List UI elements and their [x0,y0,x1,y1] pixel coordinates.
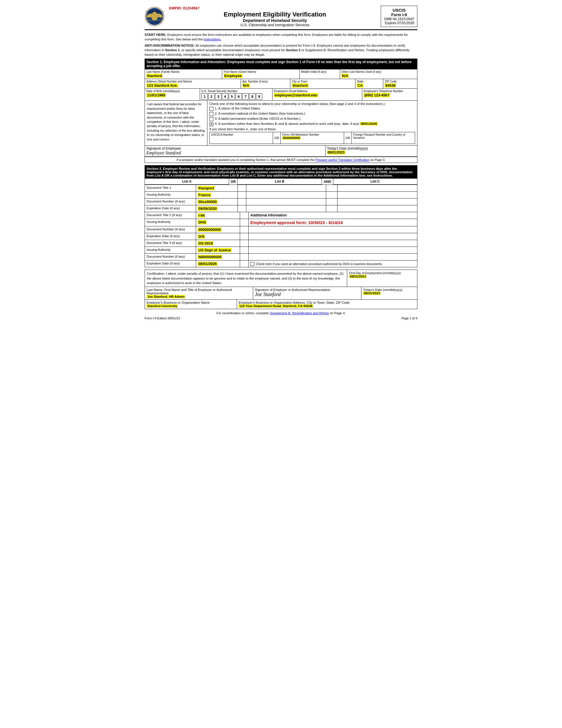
option-3-label: 3. A lawful permanent resident (Enter US… [215,117,300,120]
doc1-title-value: Passport [196,185,238,191]
alt-procedure-label: Check here if you used an alternative pr… [256,262,382,266]
page-header: ★ DEPARTMENT OF ★ HOMELAND SECURITY EMPI… [145,6,417,30]
employee-sig-cell: Signature of Employee Employee Stanford [145,146,325,156]
sig-label: Signature of Employee [146,146,324,150]
last-name-value: Stanford [146,73,221,78]
doc1-number-row: Document Number (if any) 00xx00000 [145,198,417,205]
ssn-digit-9: 9 [256,93,262,100]
other-names-label: Other Last Names Used (if any) [341,70,416,73]
list-b-col: List B [238,179,321,185]
state-label: State [357,80,381,83]
passport-value [353,139,413,143]
option-1-checkbox[interactable] [210,107,214,111]
issuing-auth-label-1: Issuing Authority [145,192,196,198]
cert-main-row: Certification: I attest, under penalty o… [145,270,417,287]
option-4-row: ✕ 4. A noncitizen (other than Item Numbe… [210,122,415,126]
doc3-number-row: Document Number (if any) N0000000000 [145,254,417,260]
doc3-title-value: DS-2019 [196,240,240,247]
alt-procedure-row: Check here if you used an alternative pr… [249,260,417,267]
doc-num-label-3: Document Number (if any) [145,254,196,260]
section2-header: Section 2. Employer Review and Verificat… [145,166,417,179]
and-spacer1 [326,185,337,191]
and-label: AND [322,179,333,185]
list-a-header: List A [145,179,229,185]
employee-signature: Employee Stanford [146,150,324,156]
option-2-checkbox[interactable] [210,112,214,116]
doc1-exp-value: 09/09/2030 [196,205,238,212]
doc2-title-row: Document Title 2 (if any) I-94 Additiona… [145,212,417,219]
supplement-b-link[interactable]: Supplement B, Reverification and Rehire [270,311,329,315]
doc3-exp-value: 08/01/2026 [196,260,240,267]
start-here-notice: START HERE: Employers must ensure the fo… [145,32,417,42]
or-spacer2 [238,192,246,198]
first-name-cell: First Name (Given Name) Employee [222,69,299,79]
employer-date-cell: Today's Date (mm/dd/yyyy) 08/01/2023 [361,287,417,299]
uscis-cell: USCIS A-Number [210,132,273,144]
or-spacer5 [240,212,249,219]
middle-initial-value [301,73,338,78]
passport-cell: Foreign Passport Number and Country of I… [352,132,415,144]
citizenship-section: I am aware that federal law provides for… [145,101,417,146]
employer-rep-row: Last Name, First Name and Title of Emplo… [145,287,417,300]
or-spacer11 [240,254,249,260]
citizenship-intro: Check one of the following boxes to atte… [210,102,415,106]
doc3-exp-row: Expiration Date (if any) 08/01/2026 Chec… [145,260,417,267]
alt-procedure-checkbox[interactable] [250,262,254,266]
sec2-column-headers: List A OR List B AND List C [145,179,417,185]
option-3-checkbox[interactable] [210,117,214,121]
first-day-cell: First Day of Employment (mm/dd/yyyy): 08… [347,270,417,286]
employer-date-label: Today's Date (mm/dd/yyyy) [363,288,415,291]
doc2-title-label: Document Title 2 (if any) [145,212,196,219]
middle-initial-cell: Middle Initial (if any) [300,69,340,79]
additional-area-5 [249,254,417,260]
doc2-title-value: I-94 [196,212,240,219]
list-c-doc1-issuing [337,192,417,198]
section1-box: Section 1. Employee Information and Atte… [145,59,417,163]
rep-name-label: Last Name, First Name and Title of Emplo… [147,288,251,295]
option-4-label: 4. A noncitizen (other than Item Numbers… [215,122,377,125]
additional-area-3 [249,240,417,247]
ssn-digit-7: 7 [243,93,249,100]
dob-cell: Date of Birth (mm/dd/yyyy) 11/01/1985 [145,89,200,100]
first-name-label: First Name (Given Name) [224,70,298,73]
and-spacer2 [326,192,337,198]
instructions-link[interactable]: Instructions. [204,38,221,41]
list-c-doc1-exp [337,205,417,212]
ssn-boxes: 1 2 3 4 5 6 7 8 9 [202,93,271,100]
other-names-value: N/A [341,73,416,78]
middle-initial-label: Middle Initial (if any) [301,70,338,73]
address-cell: Address (Street Number and Name) 123 Sta… [145,79,241,88]
option-4-checkbox[interactable]: ✕ [210,122,214,126]
form-info-box: USCIS Form I-9 OMB No.1615-0047 Expires … [381,6,417,27]
option-2-label: 2. A noncitizen national of the United S… [215,112,305,115]
name-row: Last Name (Family Name) Stanford First N… [145,69,417,79]
employee-date-cell: Today's Date (mm/dd/yyyy) 08/01/2023 [325,146,417,156]
city-label: City or Town [292,80,354,83]
org-name-label: Employer's Business or Organization Name [147,301,235,304]
or-spacer12 [240,260,249,267]
ssn-label: U.S. Social Security Number [202,90,271,93]
dob-label: Date of Birth (mm/dd/yyyy) [146,90,198,93]
or-spacer10 [240,247,249,253]
address-value: 123 Stanford Ave. [146,83,239,88]
exp-date-label-2: Expiration Date (if any) [145,233,196,240]
email-cell: Employee's Email Address employee@stanfo… [273,89,362,100]
list-b-header: List B [238,179,321,185]
city-cell: City or Town Stanford [290,79,355,88]
additional-info-area [249,226,417,233]
city-value: Stanford [292,83,354,88]
or-label: OR [229,179,238,185]
apt-cell: Apt. Number (if any) N/A [241,79,290,88]
zip-value: 94536 [385,83,416,88]
last-name-label: Last Name (Family Name) [146,70,221,73]
first-day-label: First Day of Employment (mm/dd/yyyy): [349,271,415,275]
preparer-link[interactable]: Preparer and/or Translator Certification [315,158,369,162]
email-value: employee@stanford.edu [274,93,360,97]
org-address-label: Employer's Business or Organization Addr… [239,301,415,304]
employer-signature: Joe Stanford [255,291,359,297]
org-row: Employer's Business or Organization Name… [145,300,417,309]
list-b-doc1-issuing [246,192,326,198]
zip-cell: ZIP Code 94536 [383,79,417,88]
employer-sig-cell: Signature of Employer or Authorized Repr… [253,287,361,299]
rep-name-value: Joe Stanford, HR Admin [147,295,251,298]
